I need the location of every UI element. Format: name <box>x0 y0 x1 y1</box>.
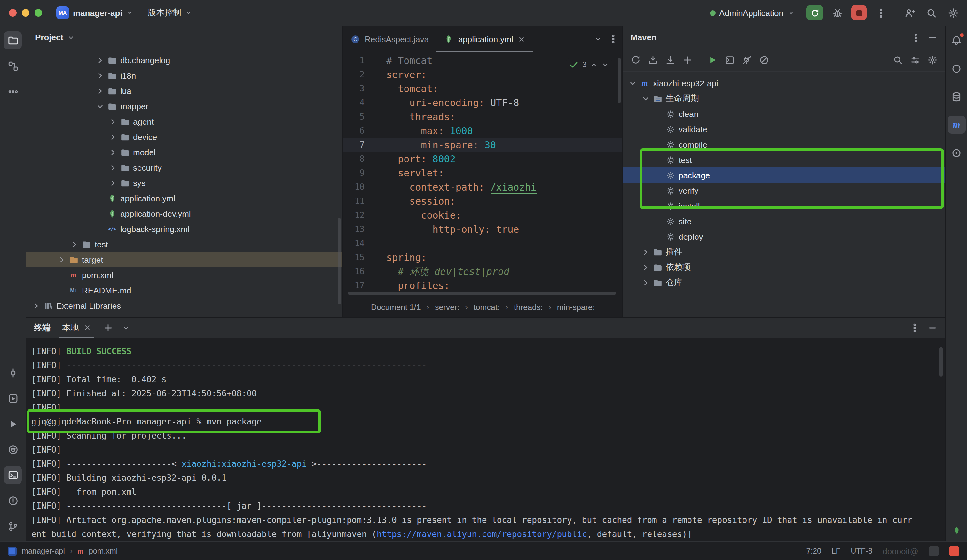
chevron-down-icon[interactable] <box>627 78 638 88</box>
chevron-right-icon[interactable] <box>640 277 651 288</box>
project-item-pom-xml[interactable]: mpom.xml <box>26 267 342 283</box>
run-maven-goal-button[interactable] <box>707 54 718 65</box>
terminal-scrollbar[interactable] <box>939 347 943 377</box>
maven-item-xiaozhi-esp32-api[interactable]: mxiaozhi-esp32-api <box>623 76 945 91</box>
chevron-right-icon[interactable] <box>107 116 118 127</box>
maven-item-dependencies[interactable]: 依赖项 <box>623 260 945 275</box>
maven-item-goal-test[interactable]: test <box>623 152 945 168</box>
maven-item-repositories[interactable]: 仓库 <box>623 275 945 290</box>
project-widget[interactable]: MA manager-api <box>51 3 139 22</box>
download-sources-button[interactable] <box>648 54 658 65</box>
debug-button[interactable] <box>830 5 845 20</box>
settings-button[interactable] <box>945 5 960 20</box>
chevron-down-icon[interactable] <box>640 93 651 104</box>
maven-item-goal-clean[interactable]: clean <box>623 106 945 122</box>
code-line[interactable]: 8 port: 8002 <box>343 152 622 166</box>
chevron-down-icon[interactable] <box>601 61 609 69</box>
maven-item-plugins[interactable]: 插件 <box>623 244 945 260</box>
project-item-model[interactable]: model <box>26 145 342 160</box>
search-everywhere-button[interactable] <box>924 5 939 20</box>
project-item-security[interactable]: security <box>26 160 342 175</box>
project-scrollbar[interactable] <box>338 218 341 304</box>
code-line[interactable]: 5 threads: <box>343 110 622 124</box>
terminal-tool-button[interactable] <box>4 466 22 484</box>
chevron-right-icon[interactable] <box>94 55 106 65</box>
project-item-logback-spring-xml[interactable]: </>logback-spring.xml <box>26 221 342 237</box>
project-item-mapper[interactable]: mapper <box>26 99 342 114</box>
project-tool-button[interactable] <box>4 31 22 49</box>
search-icon[interactable] <box>893 54 903 65</box>
more-actions-button[interactable] <box>873 5 888 20</box>
project-panel-header[interactable]: Project <box>26 26 342 49</box>
execute-goal-button[interactable] <box>724 54 735 65</box>
services-tool-button[interactable] <box>4 389 22 407</box>
project-item-test[interactable]: test <box>26 237 342 252</box>
maven-item-goal-package[interactable]: package <box>623 168 945 183</box>
fullscreen-window-button[interactable] <box>35 9 42 16</box>
project-item-i18n[interactable]: i18n <box>26 68 342 83</box>
chevron-right-icon[interactable] <box>30 300 41 311</box>
rerun-button[interactable] <box>807 5 823 20</box>
file-encoding[interactable]: UTF-8 <box>851 547 872 555</box>
chevron-right-icon[interactable] <box>640 262 651 272</box>
code-line[interactable]: 7 min-spare: 30 <box>343 138 622 152</box>
git-tool-button[interactable] <box>4 517 22 535</box>
maven-item-goal-deploy[interactable]: deploy <box>623 229 945 244</box>
more-tool-windows-button[interactable] <box>4 82 22 100</box>
maven-item-goal-site[interactable]: site <box>623 214 945 229</box>
project-item-agent[interactable]: agent <box>26 114 342 129</box>
terminal-tab-local[interactable]: 本地 <box>59 318 94 338</box>
maven-settings-button[interactable] <box>927 54 937 65</box>
editor-tab-redisaspect-java[interactable]: CRedisAspect.java <box>343 26 437 52</box>
close-tab-icon[interactable] <box>518 35 526 43</box>
database-icon[interactable] <box>947 87 965 105</box>
breadcrumb-item[interactable]: server: <box>435 303 459 311</box>
code-line[interactable]: 11 session: <box>343 194 622 208</box>
breadcrumb-item[interactable]: tomcat: <box>474 303 500 311</box>
inspections-widget[interactable]: 3 <box>566 58 612 71</box>
chevron-up-icon[interactable] <box>590 61 598 69</box>
code-line[interactable]: 16 # 环境 dev|test|prod <box>343 265 622 279</box>
notifications-bell-icon[interactable] <box>947 31 965 49</box>
commit-tool-button[interactable] <box>4 364 22 382</box>
chevron-down-icon[interactable] <box>94 101 106 111</box>
ai-assistant-icon[interactable] <box>947 59 965 77</box>
code-line[interactable]: 15spring: <box>343 250 622 265</box>
chevron-right-icon[interactable] <box>94 70 106 81</box>
chevron-right-icon[interactable] <box>68 239 80 249</box>
hide-terminal-button[interactable] <box>927 323 937 333</box>
breadcrumb-item[interactable]: min-spare: <box>557 303 595 311</box>
problems-tool-button[interactable] <box>4 492 22 509</box>
skip-tests-button[interactable] <box>759 54 769 65</box>
code-with-me-button[interactable] <box>902 5 917 20</box>
close-window-button[interactable] <box>9 9 17 16</box>
maven-item-goal-validate[interactable]: validate <box>623 122 945 137</box>
editor-vertical-scrollbar[interactable] <box>618 58 621 103</box>
maven-item-goal-install[interactable]: install <box>623 198 945 214</box>
editor-options-button[interactable] <box>608 34 619 44</box>
terminal-output[interactable]: [INFO] BUILD SUCCESS[INFO] -------------… <box>26 338 945 542</box>
stop-button[interactable] <box>851 5 866 20</box>
code-line[interactable]: 10 context-path: /xiaozhi <box>343 180 622 194</box>
maven-item-lifecycle[interactable]: 生命周期 <box>623 91 945 106</box>
code-line[interactable]: 17 profiles: <box>343 279 622 293</box>
project-item-target[interactable]: target <box>26 252 342 267</box>
chevron-right-icon[interactable] <box>107 162 118 173</box>
code-line[interactable]: 9 servlet: <box>343 166 622 180</box>
breadcrumb-item[interactable]: threads: <box>514 303 543 311</box>
project-item-external-libraries[interactable]: External Libraries <box>26 298 342 313</box>
add-maven-project-button[interactable] <box>682 54 693 65</box>
terminal-options-button[interactable] <box>909 323 920 333</box>
breadcrumb-item[interactable]: Document 1/1 <box>371 303 421 311</box>
hide-maven-panel-button[interactable] <box>927 32 937 43</box>
chevron-right-icon[interactable] <box>56 254 67 265</box>
line-ending[interactable]: LF <box>832 547 840 555</box>
chevron-right-icon[interactable] <box>107 178 118 188</box>
code-editor[interactable]: 1# Tomcat2server:3 tomcat:4 uri-encoding… <box>343 54 622 293</box>
download-icon[interactable] <box>665 54 675 65</box>
editor-tab-application-yml[interactable]: application.yml <box>437 26 534 52</box>
project-item-lua[interactable]: lua <box>26 83 342 99</box>
code-line[interactable]: 12 cookie: <box>343 208 622 222</box>
chevron-right-icon[interactable] <box>107 132 118 142</box>
minimize-window-button[interactable] <box>22 9 30 16</box>
